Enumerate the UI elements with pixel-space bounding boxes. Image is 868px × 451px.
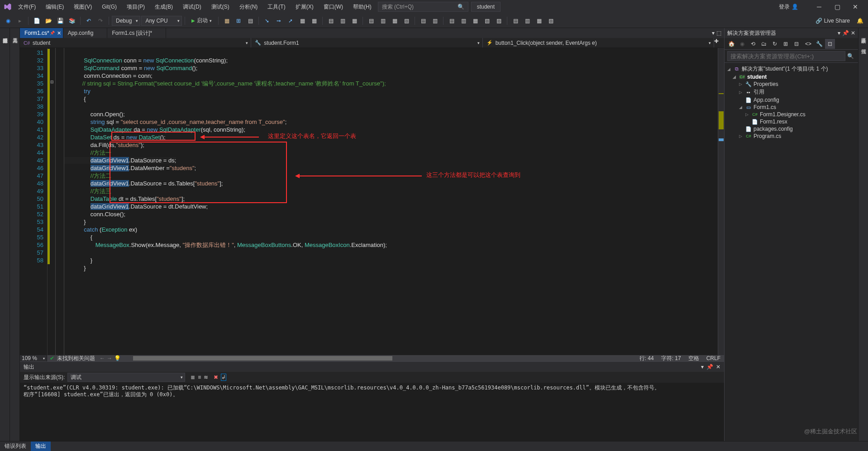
tab-overflow-button[interactable]: ▾ xyxy=(712,30,715,36)
rp-pin-icon[interactable]: 📌 xyxy=(842,30,849,36)
tb-icon-21[interactable]: ▧ xyxy=(482,15,492,26)
tb-icon-13[interactable]: ▥ xyxy=(377,15,388,26)
vertical-scrollbar[interactable] xyxy=(718,48,724,355)
panel-close-icon[interactable]: ✕ xyxy=(716,364,720,370)
menu-git[interactable]: Git(G) xyxy=(98,2,120,12)
rp-sync-icon[interactable]: ⟲ xyxy=(748,39,758,49)
output-tab[interactable]: 输出 xyxy=(31,442,51,451)
tb-icon-23[interactable]: ▤ xyxy=(510,15,521,26)
rp-refresh-icon[interactable]: ↻ xyxy=(770,39,780,49)
tb-icon-11[interactable]: ▦ xyxy=(349,15,360,26)
solution-tree[interactable]: ◢⧉ 解决方案"student"(1 个项目/共 1 个) ◢C# studen… xyxy=(725,63,858,441)
close-icon[interactable]: ✕ xyxy=(57,30,61,36)
step-out-icon[interactable]: ➚ xyxy=(285,15,296,26)
rp-tb-4[interactable]: 🗂 xyxy=(759,39,769,49)
tab-form1-design[interactable]: Form1.cs [设计]* xyxy=(107,28,166,38)
solution-search-icon[interactable]: 🔍 xyxy=(845,51,855,61)
nav-project-combo[interactable]: C# student xyxy=(20,38,251,47)
server-explorer-tab[interactable]: 服务器资源管理器 xyxy=(0,32,10,37)
tree-properties[interactable]: ▷🔧 Properties xyxy=(725,81,857,88)
tb-icon-8[interactable]: ▦ xyxy=(309,15,320,26)
output-source-combo[interactable]: 调试 xyxy=(67,373,185,382)
tb-icon-24[interactable]: ▥ xyxy=(522,15,533,26)
rp-tb-10[interactable]: ⊡ xyxy=(825,39,835,49)
tb-icon-20[interactable]: ▦ xyxy=(470,15,481,26)
tb-icon-26[interactable]: ▧ xyxy=(545,15,556,26)
rp-properties-icon[interactable]: 🔧 xyxy=(814,39,824,49)
platform-combo[interactable]: Any CPU xyxy=(141,16,182,26)
save-button[interactable]: 💾 xyxy=(55,15,66,26)
tree-appconfig[interactable]: 📄 App.config xyxy=(725,96,857,104)
fold-icon[interactable]: ⊟ xyxy=(50,80,54,84)
rp-back-icon[interactable]: ◉ xyxy=(737,39,747,49)
tree-form1-resx[interactable]: 📄 Form1.resx xyxy=(725,118,857,125)
tb-icon-10[interactable]: ▥ xyxy=(337,15,348,26)
menu-debug[interactable]: 调试(D) xyxy=(179,1,205,13)
menu-help[interactable]: 帮助(H) xyxy=(349,1,375,13)
tb-icon-9[interactable]: ▤ xyxy=(325,15,336,26)
menu-edit[interactable]: 编辑(E) xyxy=(42,1,67,13)
tb-icon-3[interactable]: ▤ xyxy=(245,15,256,26)
output-tb-icon-1[interactable]: ≣ xyxy=(191,374,195,380)
tb-icon-16[interactable]: ▤ xyxy=(418,15,429,26)
tab-form1-cs[interactable]: Form1.cs* 📌 ✕ xyxy=(20,28,63,38)
menu-build[interactable]: 生成(B) xyxy=(151,1,176,13)
code-text[interactable]: SqlConnection conn = new SqlConnection(c… xyxy=(64,48,718,355)
properties-tab[interactable]: 属性 xyxy=(858,43,868,48)
panel-dropdown-icon[interactable]: ▾ xyxy=(701,364,704,370)
menu-tools[interactable]: 工具(T) xyxy=(264,1,289,13)
hscroll-thumb[interactable] xyxy=(133,356,392,361)
rp-close-icon[interactable]: ✕ xyxy=(851,30,855,36)
rp-dropdown-icon[interactable]: ▾ xyxy=(838,30,840,36)
liveshare-button[interactable]: 🔗 Live Share xyxy=(812,17,854,25)
diagnostic-tools-tab[interactable]: 诊断工具 xyxy=(858,32,868,37)
code-editor[interactable]: 3132333435363738394041424344454647484950… xyxy=(20,48,724,355)
tb-icon-17[interactable]: ▥ xyxy=(429,15,440,26)
redo-button[interactable]: ↷ xyxy=(95,15,106,26)
nav-add-button[interactable]: ✚ xyxy=(714,38,724,47)
output-clear-icon[interactable]: ✖ xyxy=(214,374,218,380)
tb-icon-1[interactable]: ▦ xyxy=(221,15,232,26)
nav-forward-button[interactable]: ▸ xyxy=(14,15,25,26)
pin-icon[interactable]: 📌 xyxy=(50,31,55,35)
zoom-combo[interactable]: 109 %▾ xyxy=(20,355,47,361)
tree-packages[interactable]: 📄 packages.config xyxy=(725,125,857,133)
step-over-icon[interactable]: ➙ xyxy=(273,15,284,26)
nav-class-combo[interactable]: 🔧 student.Form1 xyxy=(251,38,482,47)
tb-icon-14[interactable]: ▦ xyxy=(389,15,400,26)
save-all-button[interactable]: 📚 xyxy=(67,15,77,26)
config-combo[interactable]: Debug xyxy=(112,16,140,26)
editor-hscroll[interactable]: 109 %▾ ✔ 未找到相关问题 ← → 💡 行: 44 字符: 17 空格 C… xyxy=(20,355,724,361)
menu-extensions[interactable]: 扩展(X) xyxy=(292,1,317,13)
open-button[interactable]: 📂 xyxy=(43,15,54,26)
panel-pin-icon[interactable]: 📌 xyxy=(706,364,713,370)
maximize-button[interactable]: ▢ xyxy=(828,0,846,14)
tb-icon-12[interactable]: ▤ xyxy=(366,15,377,26)
output-tb-icon-3[interactable]: ≋ xyxy=(204,374,208,380)
output-wrap-icon[interactable]: ↲ xyxy=(221,374,226,381)
lightbulb-icon[interactable]: 💡 xyxy=(114,355,121,361)
minimize-button[interactable]: ─ xyxy=(810,0,828,14)
tree-form1-designer[interactable]: ▷C# Form1.Designer.cs xyxy=(725,111,857,118)
next-issue-icon[interactable]: → xyxy=(107,355,112,361)
close-window-button[interactable]: ✕ xyxy=(846,0,864,14)
menu-project[interactable]: 项目(P) xyxy=(123,1,148,13)
menu-window[interactable]: 窗口(W) xyxy=(320,1,347,13)
output-text[interactable]: “student.exe”(CLR v4.0.30319: student.ex… xyxy=(20,383,724,441)
solution-search-input[interactable] xyxy=(727,51,845,61)
tree-project[interactable]: ◢C# student xyxy=(725,73,857,81)
tree-program[interactable]: ▷C# Program.cs xyxy=(725,133,857,140)
nav-back-button[interactable]: ◉ xyxy=(3,15,14,26)
tab-app-config[interactable]: App.config xyxy=(63,28,108,38)
tree-solution[interactable]: ◢⧉ 解决方案"student"(1 个项目/共 1 个) xyxy=(725,65,857,73)
tb-icon-2[interactable]: ⊞ xyxy=(233,15,244,26)
toolbox-tab[interactable]: 工具箱 xyxy=(10,32,19,37)
step-into-icon[interactable]: ➘ xyxy=(262,15,272,26)
tb-icon-15[interactable]: ▧ xyxy=(401,15,412,26)
tb-icon-7[interactable]: ▦ xyxy=(297,15,308,26)
login-button[interactable]: 登录 👤 xyxy=(779,3,798,11)
tb-icon-18[interactable]: ▤ xyxy=(446,15,457,26)
notifications-icon[interactable]: 🔔 xyxy=(854,15,865,26)
menu-view[interactable]: 视图(V) xyxy=(70,1,95,13)
tree-references[interactable]: ▷▪▪ 引用 xyxy=(725,88,857,96)
